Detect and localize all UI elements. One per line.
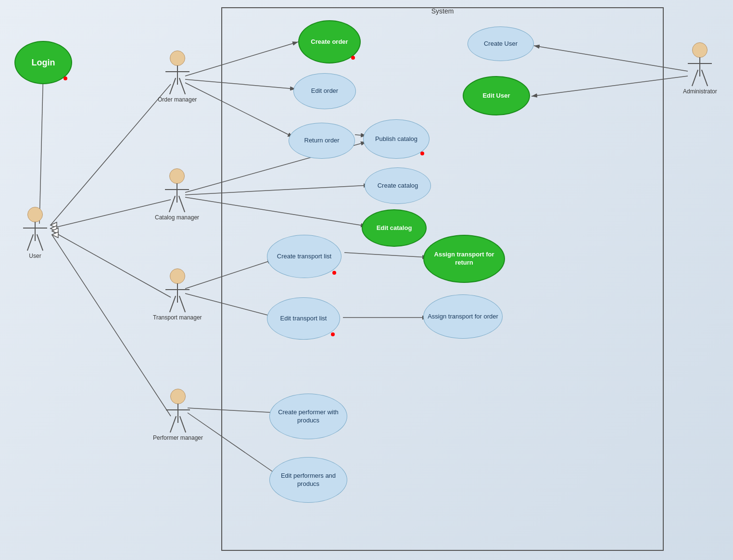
return-order-label: Return order: [304, 137, 340, 145]
actor-transport-manager-arms: [165, 289, 190, 290]
actor-administrator-head: [692, 42, 708, 58]
actor-order-manager-legs: [168, 73, 187, 92]
edit-catalog-label: Edit catalog: [377, 224, 412, 232]
actor-transport-manager-head: [170, 268, 185, 284]
assign-transport-order-use-case[interactable]: Assign transport for order: [423, 294, 503, 339]
actor-catalog-manager-head: [169, 168, 185, 184]
actor-order-manager-arms: [165, 71, 190, 72]
actor-transport-manager-leg-left: [169, 296, 176, 313]
create-order-red-dot: [351, 56, 355, 60]
actor-catalog-manager-legs: [167, 191, 187, 210]
actor-administrator-label: Administrator: [683, 88, 717, 95]
edit-performer-use-case[interactable]: Edit performers and producs: [269, 457, 347, 503]
login-red-dot: [63, 76, 67, 80]
actor-performer-manager-legs: [168, 411, 188, 430]
actor-user-legs: [25, 229, 45, 248]
svg-line-2: [51, 200, 171, 229]
actor-administrator-arms: [688, 63, 712, 64]
svg-marker-8: [52, 232, 58, 238]
create-performer-label: Create performer with producs: [274, 408, 343, 425]
actor-catalog-manager-leg-right: [178, 196, 185, 213]
edit-transport-label: Edit transport list: [280, 315, 327, 323]
actor-catalog-manager-arms: [165, 189, 189, 190]
edit-order-label: Edit order: [311, 87, 338, 95]
actor-order-manager-leg-right: [179, 78, 186, 95]
actor-performer-manager-leg-right: [179, 416, 186, 433]
edit-user-use-case[interactable]: Edit User: [463, 76, 530, 115]
create-user-label: Create User: [484, 40, 518, 48]
actor-administrator-leg-left: [692, 70, 698, 87]
actor-user-leg-left: [27, 234, 34, 251]
actor-user-label: User: [29, 253, 41, 259]
svg-line-0: [39, 70, 43, 224]
actor-user: User: [23, 207, 47, 259]
publish-catalog-label: Publish catalog: [375, 135, 417, 143]
actor-administrator-legs: [690, 64, 709, 84]
edit-order-use-case[interactable]: Edit order: [293, 73, 356, 109]
actor-transport-manager: Transport manager: [153, 268, 202, 321]
actor-performer-manager-label: Performer manager: [153, 434, 203, 441]
return-order-use-case[interactable]: Return order: [289, 123, 355, 159]
create-transport-label: Create transport list: [277, 253, 331, 261]
actor-user-leg-right: [37, 234, 43, 251]
edit-catalog-use-case[interactable]: Edit catalog: [362, 209, 427, 247]
diagram-container: System: [0, 0, 733, 560]
login-label: Login: [32, 58, 55, 68]
login-use-case[interactable]: Login: [14, 41, 72, 84]
actor-order-manager: Order manager: [158, 51, 197, 103]
create-order-label: Create order: [311, 38, 348, 46]
svg-line-1: [51, 84, 171, 225]
publish-catalog-use-case[interactable]: Publish catalog: [363, 119, 430, 159]
actor-user-head: [27, 207, 43, 222]
create-transport-red-dot: [332, 271, 336, 275]
actor-catalog-manager: Catalog manager: [155, 168, 199, 221]
actor-administrator: Administrator: [683, 42, 717, 95]
actor-user-arms: [23, 228, 47, 229]
actor-transport-manager-label: Transport manager: [153, 314, 202, 321]
actor-order-manager-label: Order manager: [158, 96, 197, 103]
actor-catalog-manager-label: Catalog manager: [155, 214, 199, 221]
edit-transport-red-dot: [331, 332, 335, 336]
actor-administrator-leg-right: [701, 70, 708, 87]
assign-transport-return-use-case[interactable]: Assign transport for return: [423, 235, 505, 283]
publish-catalog-red-dot: [420, 152, 424, 155]
edit-user-label: Edit User: [482, 92, 510, 100]
create-order-use-case[interactable]: Create order: [298, 20, 361, 64]
svg-marker-6: [51, 226, 57, 231]
assign-transport-return-label: Assign transport for return: [428, 251, 500, 267]
actor-performer-manager-arms: [166, 409, 190, 410]
edit-transport-use-case[interactable]: Edit transport list: [267, 297, 340, 340]
actor-performer-manager: Performer manager: [153, 389, 203, 441]
create-transport-use-case[interactable]: Create transport list: [267, 235, 341, 278]
create-performer-use-case[interactable]: Create performer with producs: [269, 394, 347, 439]
create-user-use-case[interactable]: Create User: [468, 26, 534, 61]
system-label: System: [429, 7, 457, 15]
actor-transport-manager-legs: [168, 291, 187, 310]
edit-performer-label: Edit performers and producs: [274, 472, 343, 488]
actor-transport-manager-leg-right: [179, 296, 186, 313]
actor-catalog-manager-leg-left: [169, 196, 176, 213]
actor-performer-manager-leg-left: [170, 416, 177, 433]
create-catalog-label: Create catalog: [378, 182, 418, 190]
actor-order-manager-leg-left: [169, 78, 176, 95]
svg-marker-7: [52, 228, 58, 234]
assign-transport-order-label: Assign transport for order: [428, 313, 498, 321]
create-catalog-use-case[interactable]: Create catalog: [365, 167, 431, 204]
actor-order-manager-head: [170, 51, 185, 66]
svg-marker-5: [51, 222, 57, 228]
actor-performer-manager-head: [170, 389, 186, 404]
